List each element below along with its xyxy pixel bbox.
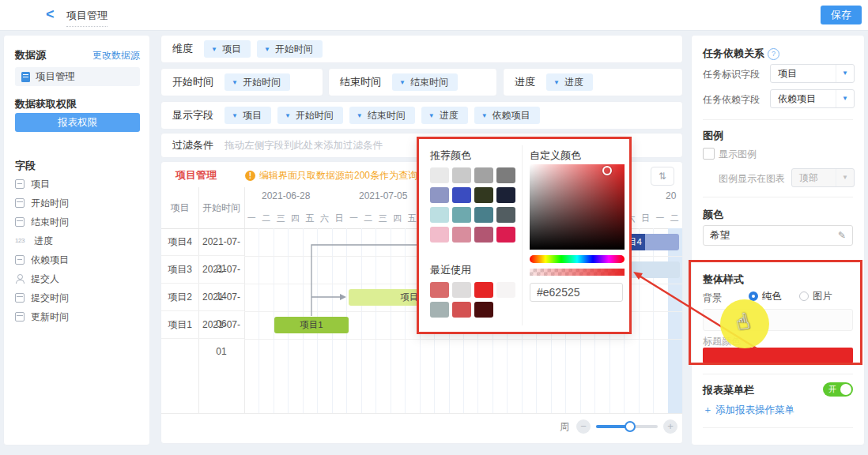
back-icon[interactable]: < [46,6,55,23]
show-legend-label: 显示图例 [719,148,757,161]
save-button[interactable]: 保存 [821,6,862,24]
progress-chip[interactable]: ▼进度 [546,73,593,91]
task-dep-field-select[interactable]: 依赖项目▼ [770,89,855,108]
saturation-value-area[interactable] [530,164,625,250]
color-swatch[interactable] [430,302,449,318]
filter-dropzone[interactable]: 拖动左侧字段到此处来添加过滤条件 [225,139,383,152]
report-permission-button[interactable]: 报表权限 [15,113,140,132]
sort-icon[interactable]: ⇅ [651,167,674,186]
change-datasource-link[interactable]: 更改数据源 [92,49,140,62]
color-swatch[interactable] [496,227,515,243]
warning-icon: ! [245,171,255,181]
legend-section-title: 图例 [703,129,723,143]
field-item[interactable]: 提交时间 [15,288,142,307]
hue-slider[interactable] [530,255,625,263]
title-color-bar[interactable] [703,348,853,363]
chevron-down-icon: ▼ [836,65,854,82]
field-item-label: 结束时间 [31,216,69,229]
week-date-label: 2021-07-05 [359,190,407,201]
color-swatch[interactable] [452,187,471,203]
color-swatch[interactable] [452,302,471,318]
datasource-item[interactable]: 项目管理 [15,67,140,86]
table-row[interactable]: 项目1 2021-07-01 [161,311,244,339]
hex-color-input[interactable] [530,283,623,302]
show-legend-checkbox[interactable] [703,148,715,160]
field-item[interactable]: 依赖项目 [15,250,142,269]
field-chip[interactable]: ▼开始时间 [277,107,343,124]
color-swatch[interactable] [430,227,449,243]
field-type-icon [15,179,25,189]
zoom-unit-label: 周 [560,420,569,434]
radio-selected-icon[interactable] [749,291,758,301]
zoom-slider[interactable] [596,425,658,428]
zoom-slider-handle[interactable] [625,421,636,432]
color-swatch[interactable] [452,282,471,298]
color-swatch[interactable] [452,207,471,223]
color-swatch[interactable] [474,302,493,318]
zoom-in-button[interactable]: + [663,419,677,434]
field-item[interactable]: 结束时间 [15,212,142,231]
timeline-zoom-control: 周 − + [560,419,677,434]
background-color-field[interactable] [703,309,853,331]
color-swatch[interactable] [496,282,515,298]
add-menu-link[interactable]: ＋ 添加报表操作菜单 [703,404,794,417]
table-row[interactable]: 项目2 2021-07-06 [161,284,244,311]
edit-icon[interactable]: ✎ [838,230,846,241]
field-item[interactable]: 提交人 [15,269,142,288]
color-swatch[interactable] [496,167,515,183]
alpha-slider[interactable] [530,269,625,276]
chevron-down-icon: ▼ [285,112,291,119]
color-swatch[interactable] [496,187,515,203]
color-swatch[interactable] [474,187,493,203]
field-chip[interactable]: ▼进度 [421,107,468,124]
help-icon[interactable]: ? [768,48,779,60]
radio-unselected-icon[interactable] [799,291,809,301]
field-chip[interactable]: ▼项目 [225,107,271,124]
week-date-label: 2021-06-28 [262,190,310,201]
color-swatch[interactable] [430,282,449,298]
chevron-down-icon: ▼ [481,112,488,119]
menu-toggle[interactable]: 开 [823,382,853,397]
field-chip[interactable]: ▼依赖项目 [474,107,540,124]
settings-panel: 任务依赖关系? 任务标识字段 项目▼ 任务依赖字段 依赖项目▼ 图例 显示图例 … [691,35,865,446]
color-swatch[interactable] [474,227,493,243]
color-swatch[interactable] [496,207,515,223]
gantt-bar[interactable]: 项目1 [274,317,349,333]
end-time-chip[interactable]: ▼结束时间 [392,73,458,91]
background-label: 背景 [703,291,722,305]
color-swatch[interactable] [430,167,449,183]
task-start-cell: 2021-07-14 [198,256,244,283]
color-swatch[interactable] [474,207,493,223]
color-swatch[interactable] [474,282,493,298]
color-swatch[interactable] [474,167,493,183]
progress-row: 进度 ▼进度 [503,68,683,96]
color-swatch[interactable] [452,227,471,243]
bg-image-option[interactable]: 图片 [799,290,832,303]
field-type-icon [15,274,25,284]
field-item[interactable]: 项目 [15,175,142,194]
table-row[interactable]: 项目4 2021-07-21 [161,228,244,256]
field-chip[interactable]: ▼开始时间 [257,40,323,58]
color-swatch[interactable] [430,207,449,223]
legend-position-select[interactable]: 顶部▼ [791,168,855,187]
start-time-chip[interactable]: ▼开始时间 [225,73,290,91]
field-item-label: 开始时间 [31,197,69,210]
bg-solid-option[interactable]: 纯色 [749,290,782,303]
field-item[interactable]: 开始时间 [15,194,142,212]
field-item-label: 依赖项目 [31,254,69,267]
field-item[interactable]: 更新时间 [15,307,142,326]
chevron-down-icon: ▼ [428,112,435,119]
color-series-input[interactable]: 希望 ✎ [703,225,853,246]
color-swatch[interactable] [452,167,471,183]
field-chip[interactable]: ▼结束时间 [349,107,415,124]
color-picker-popup: 推荐颜色 最近使用 自定义颜色 [417,137,632,334]
field-item[interactable]: 进度 [15,231,142,250]
color-swatch[interactable] [430,187,449,203]
table-row[interactable]: 项目3 2021-07-14 [161,256,244,284]
divider [703,197,853,197]
zoom-out-button[interactable]: − [576,419,591,434]
field-list: 项目 开始时间 结束时间 进度 [15,175,142,326]
task-id-field-select[interactable]: 项目▼ [770,64,855,83]
sv-selector-dot[interactable] [602,166,612,175]
field-chip[interactable]: ▼项目 [204,40,251,58]
